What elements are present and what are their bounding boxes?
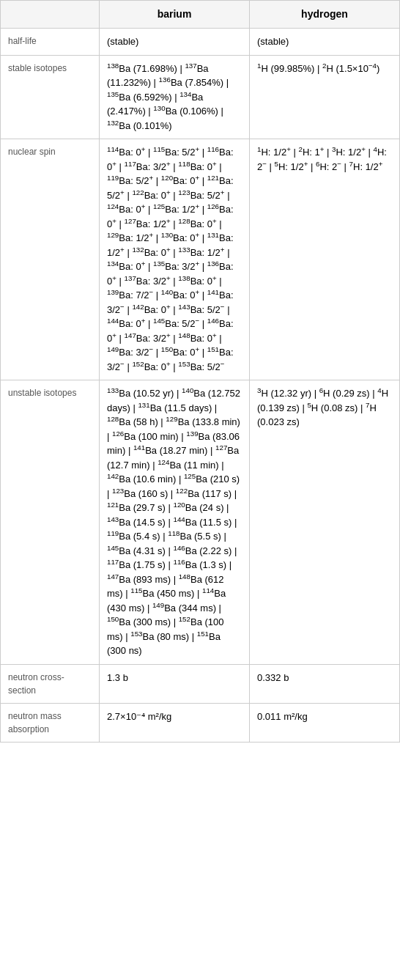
row-hydrogen-value: 1H (99.985%) | 2H (1.5×10−4) <box>250 55 400 139</box>
col-header-label <box>1 1 100 29</box>
row-label: neutron mass absorption <box>1 703 100 742</box>
row-label: half-life <box>1 29 100 56</box>
row-hydrogen-value: 3H (12.32 yr) | 6H (0.29 zs) | 4H (0.139… <box>250 380 400 665</box>
row-label: neutron cross-section <box>1 664 100 703</box>
row-barium-value: 2.7×10⁻⁴ m²/kg <box>100 703 250 742</box>
col-header-hydrogen: hydrogen <box>250 1 400 29</box>
row-label: unstable isotopes <box>1 380 100 665</box>
row-hydrogen-value: 0.011 m²/kg <box>250 703 400 742</box>
col-header-barium: barium <box>100 1 250 29</box>
row-barium-value: 133Ba (10.52 yr) | 140Ba (12.752 days) |… <box>100 380 250 665</box>
table-row: neutron mass absorption2.7×10⁻⁴ m²/kg0.0… <box>1 703 400 742</box>
row-barium-value: (stable) <box>100 29 250 56</box>
row-label: nuclear spin <box>1 139 100 380</box>
table-row: stable isotopes138Ba (71.698%) | 137Ba (… <box>1 55 400 139</box>
row-barium-value: 114Ba: 0+ | 115Ba: 5/2+ | 116Ba: 0+ | 11… <box>100 139 250 380</box>
row-hydrogen-value: 0.332 b <box>250 664 400 703</box>
row-hydrogen-value: (stable) <box>250 29 400 56</box>
row-barium-value: 1.3 b <box>100 664 250 703</box>
table-row: unstable isotopes133Ba (10.52 yr) | 140B… <box>1 380 400 665</box>
table-row: half-life(stable)(stable) <box>1 29 400 56</box>
table-row: nuclear spin114Ba: 0+ | 115Ba: 5/2+ | 11… <box>1 139 400 380</box>
row-label: stable isotopes <box>1 55 100 139</box>
table-row: neutron cross-section1.3 b0.332 b <box>1 664 400 703</box>
row-barium-value: 138Ba (71.698%) | 137Ba (11.232%) | 136B… <box>100 55 250 139</box>
row-hydrogen-value: 1H: 1/2+ | 2H: 1+ | 3H: 1/2+ | 4H: 2− | … <box>250 139 400 380</box>
